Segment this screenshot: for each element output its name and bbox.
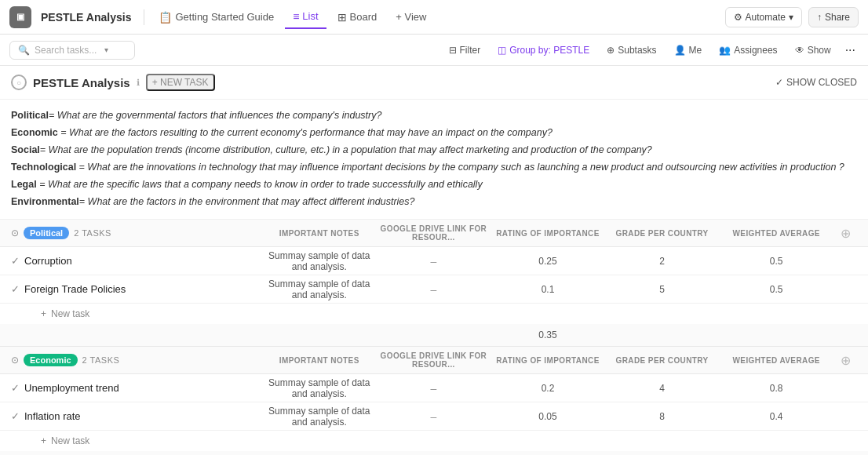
desc-political: Political= What are the governmental fac… xyxy=(11,107,857,123)
logo-text: ▣ xyxy=(16,12,24,22)
task-left: ✓ Foreign Trade Policies xyxy=(11,283,262,295)
group-add-button[interactable]: ⊕ xyxy=(833,353,857,368)
task-notes[interactable]: Summay sample of data and analysis. xyxy=(262,250,377,272)
task-grade[interactable]: 5 xyxy=(605,284,720,295)
new-task-button[interactable]: + NEW TASK xyxy=(146,74,215,91)
tab-list[interactable]: ≡ List xyxy=(285,5,326,29)
me-button[interactable]: 👤 Me xyxy=(668,42,709,59)
task-grade[interactable]: 4 xyxy=(605,383,720,394)
task-check-icon[interactable]: ✓ xyxy=(11,410,20,422)
task-notes[interactable]: Summay sample of data and analysis. xyxy=(262,278,377,300)
group-by-button[interactable]: ◫ Group by: PESTLE xyxy=(491,42,596,59)
task-drive[interactable]: – xyxy=(377,382,491,395)
group-collapse-btn[interactable]: ⊙ xyxy=(11,228,19,238)
task-left: ✓ Inflation rate xyxy=(11,410,262,422)
new-task-row[interactable]: +New task xyxy=(0,304,868,324)
tab-add-view[interactable]: + View xyxy=(388,6,434,27)
desc-social: Social= What are the population trends (… xyxy=(11,142,857,158)
task-rating[interactable]: 0.1 xyxy=(491,284,605,295)
new-task-plus-icon: + xyxy=(41,308,46,319)
col-google-drive: GOOGLE DRIVE LINK FOR RESOUR... xyxy=(377,351,491,369)
show-icon: 👁 xyxy=(795,45,804,56)
search-chevron-icon: ▾ xyxy=(104,46,108,54)
table-row[interactable]: ✓ Inflation rate Summay sample of data a… xyxy=(0,402,868,431)
tab-board[interactable]: ⊞ Board xyxy=(330,6,385,28)
summary-rating: 0.35 xyxy=(491,327,605,343)
col-grade: GRADE PER COUNTRY xyxy=(605,229,720,238)
group-label: Economic xyxy=(24,354,78,366)
col-rating: RATING OF IMPORTANCE xyxy=(491,356,605,365)
filter-icon: ⊟ xyxy=(449,45,457,56)
table-row[interactable]: ✓ Corruption Summay sample of data and a… xyxy=(0,247,868,275)
table-row[interactable]: ✓ Unemployment trend Summay sample of da… xyxy=(0,374,868,402)
automate-icon: ⚙ xyxy=(734,12,742,23)
task-weighted[interactable]: 0.5 xyxy=(719,256,833,267)
task-drive[interactable]: – xyxy=(377,283,491,296)
group-add-button[interactable]: ⊕ xyxy=(833,226,857,241)
summary-row: 0.35 xyxy=(0,324,868,346)
board-icon: ⊞ xyxy=(337,11,347,24)
more-options-icon[interactable]: ··· xyxy=(842,43,859,57)
toolbar-right: ⊟ Filter ◫ Group by: PESTLE ⊕ Subtasks 👤… xyxy=(443,42,859,59)
task-rating[interactable]: 0.2 xyxy=(491,383,605,394)
task-check-icon[interactable]: ✓ xyxy=(11,382,20,394)
share-icon: ↑ xyxy=(817,12,822,23)
new-task-row[interactable]: +New task xyxy=(0,431,868,451)
project-title-row: ○ PESTLE Analysis ℹ + NEW TASK ✓ SHOW CL… xyxy=(11,74,857,91)
show-closed-button[interactable]: ✓ SHOW CLOSED xyxy=(775,77,857,88)
task-name[interactable]: Unemployment trend xyxy=(24,382,119,394)
task-weighted[interactable]: 0.5 xyxy=(719,284,833,295)
desc-economic: Economic = What are the factors resultin… xyxy=(11,125,857,140)
me-icon: 👤 xyxy=(674,45,686,56)
col-google-drive: GOOGLE DRIVE LINK FOR RESOUR... xyxy=(377,224,491,242)
top-nav: ▣ PESTLE Analysis 📋 Getting Started Guid… xyxy=(0,0,868,35)
tab-getting-started[interactable]: 📋 Getting Started Guide xyxy=(151,6,282,28)
assignees-button[interactable]: 👥 Assignees xyxy=(713,42,783,59)
search-input[interactable]: 🔍 Search tasks... ▾ xyxy=(9,41,135,60)
task-notes[interactable]: Summay sample of data and analysis. xyxy=(262,406,377,428)
table-row[interactable]: ✓ Foreign Trade Policies Summay sample o… xyxy=(0,275,868,304)
task-name[interactable]: Corruption xyxy=(24,255,72,267)
description-area: Political= What are the governmental fac… xyxy=(0,100,868,220)
groups-container: ⊙ Political 2 TASKS IMPORTANT NOTES GOOG… xyxy=(0,220,868,455)
check-icon: ✓ xyxy=(775,77,783,88)
group-section-political: ⊙ Political 2 TASKS IMPORTANT NOTES GOOG… xyxy=(0,220,868,347)
task-left: ✓ Corruption xyxy=(11,255,262,267)
project-icon: ○ xyxy=(11,75,27,90)
desc-technological: Technological = What are the innovations… xyxy=(11,159,857,175)
task-check-icon[interactable]: ✓ xyxy=(11,255,20,267)
group-header-economic: ⊙ Economic 2 TASKS IMPORTANT NOTES GOOGL… xyxy=(0,347,868,374)
task-drive[interactable]: – xyxy=(377,255,491,268)
task-grade[interactable]: 2 xyxy=(605,256,720,267)
task-check-icon[interactable]: ✓ xyxy=(11,283,20,295)
task-rating[interactable]: 0.05 xyxy=(491,411,605,422)
col-weighted: WEIGHTED AVERAGE xyxy=(719,229,833,238)
task-name[interactable]: Foreign Trade Policies xyxy=(24,283,126,295)
summary-row: 0.25 xyxy=(0,451,868,455)
col-rating: RATING OF IMPORTANCE xyxy=(491,229,605,238)
project-info-icon[interactable]: ℹ xyxy=(137,78,140,88)
task-notes[interactable]: Summay sample of data and analysis. xyxy=(262,377,377,399)
nav-right: ⚙ Automate ▾ ↑ Share xyxy=(725,7,859,27)
subtasks-icon: ⊕ xyxy=(607,45,615,56)
col-weighted: WEIGHTED AVERAGE xyxy=(719,356,833,365)
subtasks-button[interactable]: ⊕ Subtasks xyxy=(600,42,662,59)
task-rating[interactable]: 0.25 xyxy=(491,256,605,267)
group-section-economic: ⊙ Economic 2 TASKS IMPORTANT NOTES GOOGL… xyxy=(0,347,868,455)
task-grade[interactable]: 8 xyxy=(605,411,720,422)
automate-button[interactable]: ⚙ Automate ▾ xyxy=(725,7,802,27)
new-task-label: New task xyxy=(51,435,89,446)
project-header: ○ PESTLE Analysis ℹ + NEW TASK ✓ SHOW CL… xyxy=(0,66,868,100)
col-grade: GRADE PER COUNTRY xyxy=(605,356,720,365)
task-weighted[interactable]: 0.8 xyxy=(719,383,833,394)
task-drive[interactable]: – xyxy=(377,410,491,423)
share-button[interactable]: ↑ Share xyxy=(808,7,859,27)
task-name[interactable]: Inflation rate xyxy=(24,410,81,422)
task-weighted[interactable]: 0.4 xyxy=(719,411,833,422)
group-collapse-btn[interactable]: ⊙ xyxy=(11,355,19,366)
nav-title: PESTLE Analysis xyxy=(41,11,131,24)
nav-divider xyxy=(144,9,144,25)
group-count: 2 TASKS xyxy=(82,355,120,365)
show-button[interactable]: 👁 Show xyxy=(789,42,837,59)
filter-button[interactable]: ⊟ Filter xyxy=(443,42,487,59)
